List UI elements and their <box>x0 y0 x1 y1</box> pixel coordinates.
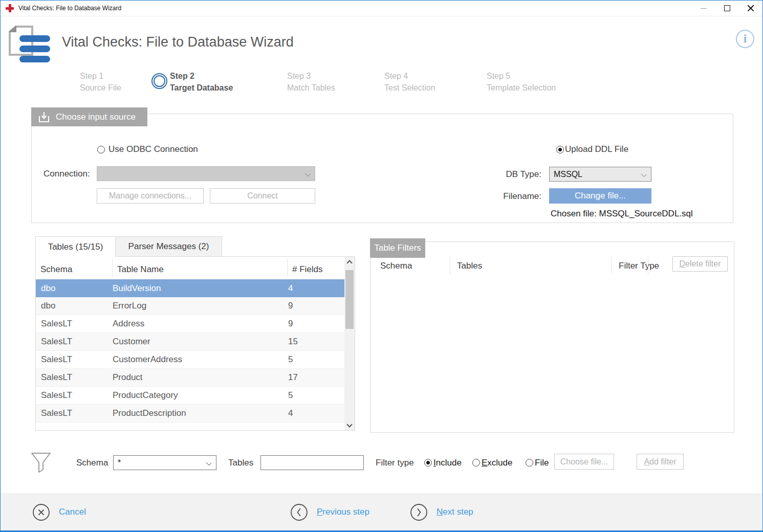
cell-table-name: ProductDescription <box>113 408 288 418</box>
step-5-template-selection: Step 5 Template Selection <box>487 70 556 94</box>
input-source-section-title: Choose input source <box>56 112 136 122</box>
table-row[interactable]: dboErrorLog9 <box>36 297 344 315</box>
cell-schema: SalesLT <box>36 319 113 329</box>
cell-table-name: CustomerAddress <box>113 354 288 365</box>
filter-tables-input[interactable] <box>260 455 364 470</box>
table-row[interactable]: SalesLTCustomerAddress5 <box>36 351 344 369</box>
scroll-up-icon[interactable] <box>347 260 352 264</box>
cell-num-fields: 17 <box>288 372 344 383</box>
scrollbar-thumb[interactable] <box>345 270 354 329</box>
filters-column-schema: Schema <box>380 261 412 271</box>
tables-scrollbar[interactable] <box>344 257 355 430</box>
odbc-connection-radio[interactable] <box>97 146 105 153</box>
step-label: Match Tables <box>287 82 335 94</box>
chosen-file-text: Chosen file: MSSQL_SourceDDL.sql <box>551 209 693 219</box>
upload-ddl-radio[interactable] <box>556 146 564 153</box>
app-logo-icon <box>9 25 52 65</box>
chevron-left-circle-icon <box>290 503 308 521</box>
table-row[interactable]: SalesLTAddress9 <box>36 315 344 333</box>
upload-ddl-radio-label: Upload DDL File <box>565 144 628 154</box>
file-radio-label: File <box>535 458 549 468</box>
column-divider <box>450 256 450 274</box>
download-icon <box>37 111 51 123</box>
db-type-select[interactable]: MSSQL <box>549 167 651 182</box>
step-number: Step 2 <box>170 70 233 82</box>
cancel-button[interactable]: Cancel <box>32 493 86 531</box>
table-row[interactable]: SalesLTProductCategory5 <box>36 387 344 405</box>
include-radio[interactable] <box>424 459 432 467</box>
tab-tables[interactable]: Tables (15/15) <box>35 236 116 257</box>
maximize-button[interactable] <box>715 1 739 16</box>
input-source-section-header: Choose input source <box>31 107 147 126</box>
cell-table-name: Customer <box>113 337 288 347</box>
exclude-radio[interactable] <box>472 459 480 467</box>
cell-table-name: ErrorLog <box>113 301 288 311</box>
cell-num-fields: 4 <box>288 283 344 294</box>
cell-schema: SalesLT <box>36 337 113 347</box>
odbc-connection-radio-label: Use ODBC Connection <box>108 144 198 154</box>
title-bar: Vital Checks: File to Database Wizard <box>1 1 762 16</box>
column-header-fields: # Fields <box>292 264 323 275</box>
cell-num-fields: 5 <box>288 354 344 365</box>
cell-table-name: ProductCategory <box>113 390 288 401</box>
table-row[interactable]: SalesLTCustomer15 <box>36 333 344 351</box>
delete-filter-button[interactable]: Delete filter <box>672 256 728 272</box>
connect-button[interactable]: Connect <box>210 188 315 204</box>
filters-column-filter-type: Filter Type <box>619 261 659 271</box>
window-controls <box>692 1 762 16</box>
info-icon[interactable]: i <box>736 30 754 48</box>
cell-num-fields: 5 <box>288 390 344 401</box>
step-number: Step 1 <box>80 70 121 82</box>
page-title: Vital Checks: File to Database Wizard <box>62 34 294 50</box>
filename-label: Filename: <box>495 191 541 202</box>
close-button[interactable] <box>739 1 762 16</box>
filter-schema-label: Schema <box>76 458 108 468</box>
next-step-button[interactable]: Next step <box>410 493 473 531</box>
add-filter-button[interactable]: Add filter <box>637 454 684 470</box>
cell-table-name: Address <box>113 319 288 329</box>
chevron-right-circle-icon <box>410 503 428 521</box>
app-cross-icon <box>6 4 14 12</box>
cancel-label: Cancel <box>59 507 86 517</box>
tab-parser-messages[interactable]: Parser Messages (2) <box>115 236 222 257</box>
connection-label: Connection: <box>43 169 90 179</box>
step-2-target-database: Step 2 Target Database <box>170 70 233 94</box>
cell-schema: SalesLT <box>36 354 113 365</box>
exclude-radio-label: Exclude <box>482 458 512 468</box>
filters-column-tables: Tables <box>457 261 482 271</box>
table-row[interactable]: dboBuildVersion4 <box>36 279 344 297</box>
cell-num-fields: 4 <box>288 408 344 418</box>
minimize-button[interactable] <box>692 1 715 16</box>
cell-table-name: BuildVersion <box>113 283 288 294</box>
column-divider <box>112 259 113 277</box>
filter-schema-select[interactable]: * <box>113 455 216 470</box>
window-title: Vital Checks: File to Database Wizard <box>18 5 121 12</box>
step-label: Target Database <box>170 82 233 94</box>
previous-step-button[interactable]: Previous step <box>290 493 369 531</box>
active-step-ring-icon <box>151 73 168 90</box>
table-row[interactable]: SalesLTProduct17 <box>36 369 344 387</box>
cell-num-fields: 9 <box>288 301 344 311</box>
step-number: Step 5 <box>487 70 556 82</box>
file-radio[interactable] <box>526 459 533 467</box>
chevron-down-icon <box>206 460 211 465</box>
step-3-match-tables: Step 3 Match Tables <box>287 70 335 94</box>
manage-connections-button[interactable]: Manage connections... <box>97 188 204 204</box>
column-divider <box>648 256 648 274</box>
cell-num-fields: 9 <box>288 319 344 329</box>
filter-schema-select-value: * <box>118 458 121 468</box>
step-number: Step 3 <box>287 70 335 82</box>
choose-file-button[interactable]: Choose file... <box>554 454 614 470</box>
connection-select[interactable] <box>97 166 315 181</box>
column-header-schema: Schema <box>40 264 72 275</box>
tables-list: dboBuildVersion4dboErrorLog9SalesLTAddre… <box>36 279 344 423</box>
filter-tables-label: Tables <box>228 458 253 468</box>
change-file-button[interactable]: Change file... <box>549 188 651 204</box>
filter-funnel-icon <box>30 451 52 474</box>
step-1-source-file: Step 1 Source File <box>80 70 121 94</box>
scroll-down-icon[interactable] <box>347 423 352 427</box>
chevron-down-icon <box>641 172 646 177</box>
next-step-label: Next step <box>437 507 473 517</box>
table-row[interactable]: SalesLTProductDescription4 <box>36 405 344 423</box>
column-divider <box>612 256 612 274</box>
